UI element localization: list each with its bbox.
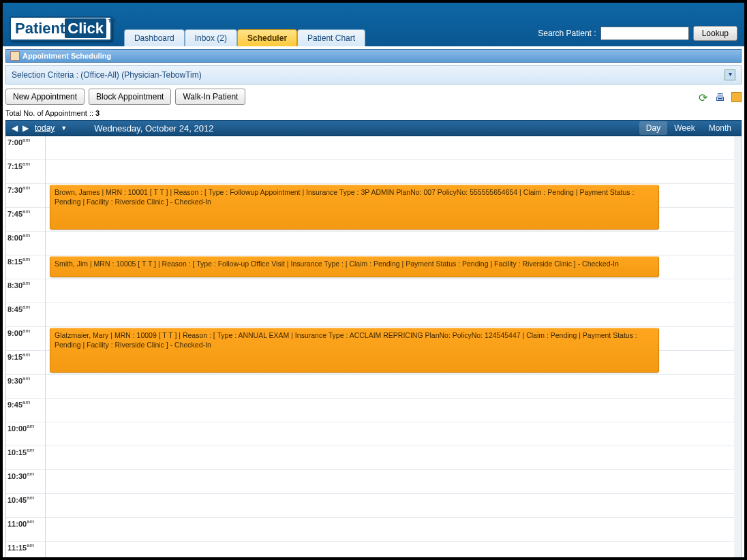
logo-text-right: Click	[65, 18, 106, 38]
next-day-button[interactable]: ▶	[21, 123, 30, 133]
time-column: 7:00am7:15am7:30am7:45am8:00am8:15am8:30…	[6, 136, 46, 557]
time-label: 11:00am	[7, 518, 34, 528]
time-label: 7:45am	[7, 208, 30, 218]
prev-day-button[interactable]: ◀	[10, 123, 19, 133]
view-tab-month[interactable]: Month	[702, 121, 738, 135]
time-label: 8:30am	[7, 280, 30, 290]
app-header: PatientClick TM Dashboard Inbox (2) Sche…	[3, 3, 744, 46]
grid-row[interactable]	[46, 494, 741, 518]
time-label: 7:00am	[7, 137, 30, 146]
grid-row[interactable]	[46, 375, 741, 399]
time-slot: 11:15am	[6, 542, 45, 557]
time-slot: 7:00am	[6, 136, 45, 160]
time-slot: 9:00am	[6, 327, 45, 351]
selection-criteria-text: Selection Criteria : (Office-All) (Physi…	[12, 70, 202, 80]
chevron-down-icon[interactable]: ▾	[725, 69, 735, 80]
module-title-bar: Appointment Scheduling	[5, 49, 742, 63]
lookup-button[interactable]: Lookup	[693, 26, 737, 41]
time-label: 9:15am	[7, 352, 30, 361]
time-label: 8:45am	[7, 304, 30, 313]
calendar-icon	[10, 51, 20, 61]
view-tab-day[interactable]: Day	[639, 121, 667, 135]
calendar-body: 7:00am7:15am7:30am7:45am8:00am8:15am8:30…	[5, 136, 742, 557]
grid-row[interactable]	[46, 470, 741, 494]
module-title: Appointment Scheduling	[22, 52, 111, 60]
total-appointments: Total No. of Appointment :: 3	[5, 109, 739, 117]
grid-row[interactable]	[46, 279, 741, 303]
walk-in-patient-button[interactable]: Walk-In Patient	[175, 89, 245, 105]
app-logo: PatientClick TM	[10, 16, 112, 41]
tab-dashboard[interactable]: Dashboard	[124, 29, 185, 46]
print-icon[interactable]: 🖶	[715, 91, 726, 102]
time-label: 9:30am	[7, 375, 30, 385]
grid-row[interactable]	[46, 422, 741, 446]
today-link[interactable]: today	[35, 123, 55, 133]
time-slot: 10:45am	[6, 494, 45, 518]
grid-row[interactable]	[46, 303, 741, 327]
time-slot: 9:15am	[6, 351, 45, 375]
time-slot: 9:45am	[6, 399, 45, 422]
time-slot: 7:45am	[6, 208, 45, 232]
time-slot: 10:15am	[6, 446, 45, 470]
time-label: 7:30am	[7, 185, 30, 194]
time-label: 9:00am	[7, 328, 30, 337]
calendar-nav-bar: ◀ ▶ today ▼ Wednesday, October 24, 2012 …	[5, 120, 742, 136]
search-input[interactable]	[600, 27, 689, 40]
patient-search: Search Patient : Lookup	[538, 26, 737, 41]
logo-tm: TM	[108, 18, 116, 24]
grid-row[interactable]	[46, 399, 741, 422]
grid-row[interactable]	[46, 518, 741, 542]
tab-inbox[interactable]: Inbox (2)	[185, 29, 237, 46]
time-label: 10:30am	[7, 471, 34, 480]
search-label: Search Patient :	[538, 29, 596, 38]
view-tab-week[interactable]: Week	[667, 121, 701, 135]
scrollbar[interactable]	[734, 136, 741, 557]
time-label: 10:00am	[7, 423, 34, 433]
main-tabs: Dashboard Inbox (2) Scheduler Patient Ch…	[124, 29, 365, 46]
grid-row[interactable]	[46, 232, 741, 255]
time-slot: 8:00am	[6, 232, 45, 255]
appointment-block[interactable]: Brown, James | MRN : 10001 [ T T ] | Rea…	[50, 185, 659, 230]
time-label: 10:15am	[7, 447, 34, 456]
selection-criteria-bar[interactable]: Selection Criteria : (Office-All) (Physi…	[5, 65, 742, 84]
time-label: 11:15am	[7, 542, 34, 552]
grid-row[interactable]	[46, 542, 741, 557]
time-slot: 8:30am	[6, 279, 45, 303]
tab-scheduler[interactable]: Scheduler	[237, 29, 297, 46]
time-label: 9:45am	[7, 399, 30, 409]
total-count: 3	[95, 109, 100, 117]
grid-row[interactable]	[46, 160, 741, 184]
tab-patient-chart[interactable]: Patient Chart	[297, 29, 365, 46]
current-date-label: Wednesday, October 24, 2012	[94, 123, 213, 134]
time-label: 8:00am	[7, 232, 30, 242]
time-slot: 7:30am	[6, 184, 45, 208]
block-appointment-button[interactable]: Block Appointment	[89, 89, 171, 105]
time-slot: 9:30am	[6, 375, 45, 399]
time-label: 10:45am	[7, 495, 34, 504]
time-label: 7:15am	[7, 161, 30, 170]
refresh-icon[interactable]: ⟳	[699, 91, 710, 102]
action-toolbar: New Appointment Block Appointment Walk-I…	[5, 89, 742, 105]
time-slot: 7:15am	[6, 160, 45, 184]
event-area[interactable]: Brown, James | MRN : 10001 [ T T ] | Rea…	[46, 136, 741, 557]
time-slot: 10:00am	[6, 422, 45, 446]
logo-text-left: Patient	[15, 20, 65, 37]
date-dropdown-icon[interactable]: ▼	[61, 125, 67, 131]
time-slot: 8:45am	[6, 303, 45, 327]
appointment-block[interactable]: Smith, Jim | MRN : 10005 [ T T ] | Reaso…	[50, 256, 659, 277]
grid-row[interactable]	[46, 136, 741, 160]
export-icon[interactable]	[731, 92, 742, 102]
time-label: 8:15am	[7, 256, 30, 266]
grid-row[interactable]	[46, 446, 741, 470]
new-appointment-button[interactable]: New Appointment	[5, 89, 85, 105]
time-slot: 8:15am	[6, 255, 45, 279]
time-slot: 10:30am	[6, 470, 45, 494]
total-label: Total No. of Appointment ::	[5, 109, 95, 117]
time-slot: 11:00am	[6, 518, 45, 542]
appointment-block[interactable]: Glatzmaier, Mary | MRN : 10009 [ T T ] |…	[50, 328, 659, 373]
